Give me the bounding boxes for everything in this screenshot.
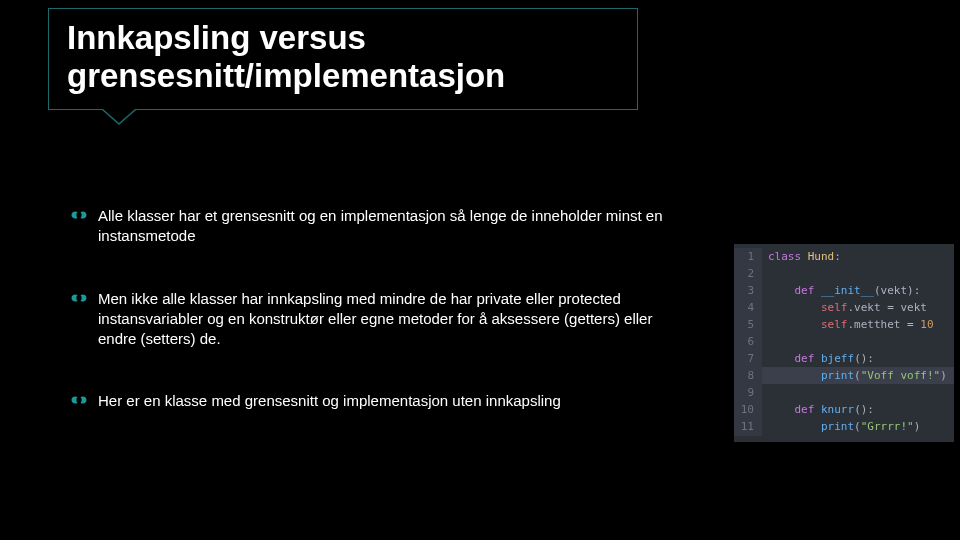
code-text	[762, 384, 768, 401]
code-text: def bjeff():	[762, 350, 874, 367]
bullet-list: Alle klasser har et grensesnitt og en im…	[70, 206, 680, 454]
list-item-text: Her er en klasse med grensesnitt og impl…	[98, 392, 561, 409]
code-text	[762, 265, 768, 282]
bullet-icon	[70, 291, 88, 305]
line-number: 10	[734, 401, 762, 418]
code-text	[762, 333, 768, 350]
list-item: Men ikke alle klasser har innkapsling me…	[70, 289, 680, 350]
list-item-text: Men ikke alle klasser har innkapsling me…	[98, 290, 652, 348]
list-item-text: Alle klasser har et grensesnitt og en im…	[98, 207, 663, 244]
code-line: 9	[734, 384, 954, 401]
line-number: 4	[734, 299, 762, 316]
code-text: self.vekt = vekt	[762, 299, 927, 316]
slide-title-box: Innkapsling versus grensesnitt/implement…	[48, 8, 638, 110]
code-line: 5 self.metthet = 10	[734, 316, 954, 333]
bullet-icon	[70, 208, 88, 222]
code-line: 10 def knurr():	[734, 401, 954, 418]
line-number: 1	[734, 248, 762, 265]
code-line: 6	[734, 333, 954, 350]
code-text: def __init__(vekt):	[762, 282, 920, 299]
line-number: 11	[734, 418, 762, 435]
code-line: 8 print("Voff voff!")	[734, 367, 954, 384]
line-number: 8	[734, 367, 762, 384]
code-line: 3 def __init__(vekt):	[734, 282, 954, 299]
bullet-icon	[70, 393, 88, 407]
slide-title: Innkapsling versus grensesnitt/implement…	[67, 19, 619, 95]
code-line: 2	[734, 265, 954, 282]
code-line: 11 print("Grrrr!")	[734, 418, 954, 435]
code-snippet: 1class Hund:23 def __init__(vekt):4 self…	[734, 244, 954, 442]
line-number: 9	[734, 384, 762, 401]
code-text: print("Voff voff!")	[762, 367, 947, 384]
code-line: 1class Hund:	[734, 248, 954, 265]
code-line: 7 def bjeff():	[734, 350, 954, 367]
code-line: 4 self.vekt = vekt	[734, 299, 954, 316]
line-number: 2	[734, 265, 762, 282]
code-text: self.metthet = 10	[762, 316, 934, 333]
line-number: 6	[734, 333, 762, 350]
list-item: Her er en klasse med grensesnitt og impl…	[70, 391, 680, 411]
code-text: print("Grrrr!")	[762, 418, 920, 435]
line-number: 5	[734, 316, 762, 333]
line-number: 7	[734, 350, 762, 367]
line-number: 3	[734, 282, 762, 299]
code-text: class Hund:	[762, 248, 841, 265]
code-text: def knurr():	[762, 401, 874, 418]
list-item: Alle klasser har et grensesnitt og en im…	[70, 206, 680, 247]
